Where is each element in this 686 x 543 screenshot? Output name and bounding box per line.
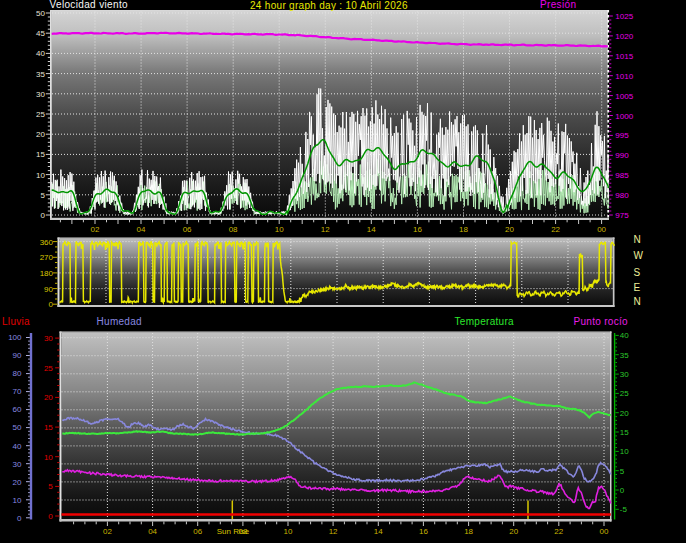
svg-text:30: 30 xyxy=(44,334,53,343)
svg-text:0: 0 xyxy=(17,514,22,523)
svg-text:50: 50 xyxy=(36,9,45,18)
svg-text:0: 0 xyxy=(49,300,54,309)
svg-text:0: 0 xyxy=(41,211,46,220)
svg-text:14: 14 xyxy=(374,527,383,536)
svg-text:1010: 1010 xyxy=(615,72,633,81)
svg-text:10: 10 xyxy=(620,447,629,456)
svg-text:02: 02 xyxy=(91,225,100,234)
svg-text:20: 20 xyxy=(509,527,518,536)
svg-text:45: 45 xyxy=(36,29,45,38)
svg-text:80: 80 xyxy=(13,369,22,378)
svg-text:360: 360 xyxy=(40,238,54,247)
svg-text:10: 10 xyxy=(44,453,53,462)
svg-text:10: 10 xyxy=(275,225,284,234)
svg-text:980: 980 xyxy=(615,191,629,200)
svg-text:1005: 1005 xyxy=(615,92,633,101)
svg-text:04: 04 xyxy=(137,225,146,234)
svg-text:16: 16 xyxy=(419,527,428,536)
svg-text:E: E xyxy=(634,282,641,293)
svg-text:40: 40 xyxy=(36,49,45,58)
svg-text:S: S xyxy=(634,267,641,278)
svg-text:5: 5 xyxy=(41,191,46,200)
svg-text:90: 90 xyxy=(44,285,53,294)
svg-text:Humedad: Humedad xyxy=(97,316,142,327)
svg-text:06: 06 xyxy=(183,225,192,234)
svg-text:180: 180 xyxy=(40,269,54,278)
svg-text:15: 15 xyxy=(44,423,53,432)
svg-text:975: 975 xyxy=(615,211,629,220)
svg-text:30: 30 xyxy=(36,90,45,99)
svg-text:N: N xyxy=(634,296,641,307)
svg-text:-5: -5 xyxy=(620,505,628,514)
svg-text:5: 5 xyxy=(620,467,625,476)
svg-text:08: 08 xyxy=(229,225,238,234)
svg-text:20: 20 xyxy=(13,478,22,487)
svg-text:35: 35 xyxy=(36,70,45,79)
svg-text:18: 18 xyxy=(464,527,473,536)
svg-text:0: 0 xyxy=(620,486,625,495)
svg-text:15: 15 xyxy=(36,150,45,159)
svg-text:N: N xyxy=(634,234,641,245)
svg-text:995: 995 xyxy=(615,131,629,140)
svg-text:00: 00 xyxy=(600,527,609,536)
svg-text:Presión: Presión xyxy=(540,0,576,10)
svg-text:20: 20 xyxy=(44,393,53,402)
svg-text:270: 270 xyxy=(40,253,54,262)
svg-text:35: 35 xyxy=(620,351,629,360)
svg-text:15: 15 xyxy=(620,428,629,437)
svg-text:70: 70 xyxy=(13,387,22,396)
svg-text:Punto rocío: Punto rocío xyxy=(574,316,629,327)
svg-text:18: 18 xyxy=(459,225,468,234)
svg-text:22: 22 xyxy=(554,527,563,536)
svg-text:0: 0 xyxy=(48,512,53,521)
svg-text:20: 20 xyxy=(505,225,514,234)
svg-text:50: 50 xyxy=(13,423,22,432)
svg-text:10: 10 xyxy=(36,171,45,180)
svg-text:12: 12 xyxy=(329,527,338,536)
svg-text:06: 06 xyxy=(193,527,202,536)
svg-text:1025: 1025 xyxy=(615,12,633,21)
svg-text:Velocidad viento: Velocidad viento xyxy=(50,0,129,10)
svg-text:25: 25 xyxy=(44,364,53,373)
svg-text:5: 5 xyxy=(48,482,53,491)
svg-text:25: 25 xyxy=(36,110,45,119)
svg-text:990: 990 xyxy=(615,151,629,160)
svg-text:40: 40 xyxy=(620,331,629,340)
svg-text:24 hour graph day : 10 Abril 2: 24 hour graph day : 10 Abril 2026 xyxy=(250,0,408,11)
svg-text:40: 40 xyxy=(13,442,22,451)
svg-text:20: 20 xyxy=(620,409,629,418)
svg-text:04: 04 xyxy=(148,527,157,536)
svg-text:W: W xyxy=(634,250,644,261)
svg-text:1020: 1020 xyxy=(615,32,633,41)
svg-text:100: 100 xyxy=(8,333,22,342)
svg-text:1000: 1000 xyxy=(615,112,633,121)
svg-text:12: 12 xyxy=(321,225,330,234)
svg-text:Temperatura: Temperatura xyxy=(455,316,515,327)
svg-text:Sun Rise: Sun Rise xyxy=(217,527,250,536)
svg-text:985: 985 xyxy=(615,171,629,180)
svg-text:30: 30 xyxy=(13,460,22,469)
svg-text:Lluvia: Lluvia xyxy=(2,316,30,327)
svg-text:16: 16 xyxy=(413,225,422,234)
svg-text:30: 30 xyxy=(620,370,629,379)
svg-text:20: 20 xyxy=(36,130,45,139)
svg-text:25: 25 xyxy=(620,389,629,398)
svg-text:10: 10 xyxy=(13,496,22,505)
svg-text:90: 90 xyxy=(13,351,22,360)
svg-text:02: 02 xyxy=(103,527,112,536)
svg-text:00: 00 xyxy=(597,225,606,234)
svg-text:22: 22 xyxy=(551,225,560,234)
svg-text:14: 14 xyxy=(367,225,376,234)
svg-text:10: 10 xyxy=(284,527,293,536)
svg-text:1015: 1015 xyxy=(615,52,633,61)
svg-text:60: 60 xyxy=(13,405,22,414)
